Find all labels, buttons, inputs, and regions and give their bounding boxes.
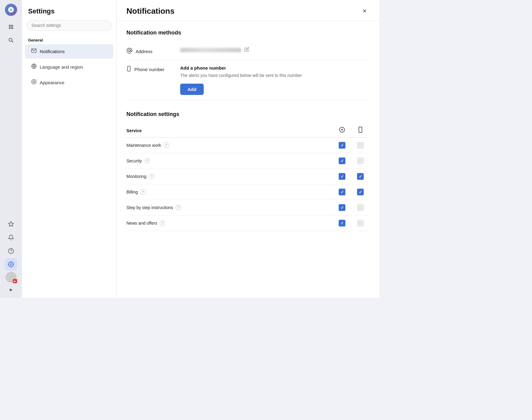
phone-row: Phone number Add a phone number The aler… [126,60,370,100]
email-checkbox-cell [333,169,351,184]
sidebar-title: Settings [22,0,116,20]
email-checkbox-cell [333,153,351,169]
svg-point-3 [9,26,10,27]
phone-checkbox-cell [351,169,370,184]
main-panel: Notifications × Notification methods Add… [117,0,379,298]
service-cell: News and offers? [126,215,333,231]
service-name: Security [126,158,142,163]
help-rail-icon[interactable] [5,245,17,257]
sidebar-item-notifications-label: Notifications [40,49,65,54]
email-checkbox-cell [333,184,351,200]
svg-point-5 [12,26,13,27]
avatar[interactable]: ▶ [5,272,16,283]
service-cell: Maintenance work? [126,138,333,153]
help-icon[interactable]: ? [164,143,169,148]
help-icon[interactable]: ? [176,205,181,210]
email-checkbox[interactable] [339,220,345,226]
phone-checkbox[interactable] [357,204,364,211]
help-icon[interactable]: ? [140,189,146,195]
globe-icon [31,63,37,71]
search-input[interactable] [27,20,111,31]
svg-point-18 [32,80,36,84]
service-name: Billing [126,190,138,194]
phone-checkbox[interactable] [357,189,364,195]
email-checkbox[interactable] [339,142,345,149]
address-value [180,47,370,53]
svg-point-2 [12,25,13,26]
service-name: News and offers [126,221,157,226]
service-name: Maintenance work [126,143,161,148]
phone-checkbox-cell [351,153,370,169]
svg-point-19 [33,81,35,83]
svg-line-10 [12,41,13,43]
email-checkbox-cell [333,138,351,153]
sidebar-item-language-label: Language and region [40,64,83,70]
gear-rail-icon[interactable] [5,258,17,270]
svg-point-6 [9,28,10,29]
sidebar-item-notifications[interactable]: Notifications [25,44,113,59]
add-phone-button[interactable]: Add [180,84,204,95]
methods-section-title: Notification methods [126,30,370,36]
app-logo[interactable] [5,4,17,16]
svg-point-9 [9,38,12,42]
close-button[interactable]: × [360,6,370,16]
phone-checkbox[interactable] [357,220,364,226]
phone-label-group: Phone number [126,65,175,73]
phone-add-desc: The alerts you have configured below wil… [180,72,370,79]
sidebar-item-appearance-label: Appearance [40,80,64,85]
help-icon[interactable]: ? [144,158,150,164]
address-icon [126,48,133,55]
phone-content: Add a phone number The alerts you have c… [180,65,370,95]
svg-marker-11 [9,222,14,226]
sidebar-item-appearance[interactable]: Appearance [25,75,113,90]
phone-icon [126,66,131,73]
notification-settings-section: Notification settings Service [126,111,370,231]
phone-add-title: Add a phone number [180,65,370,71]
sidebar-group-label: General [22,35,116,44]
service-cell: Billing? [126,184,333,200]
email-blurred [180,48,241,52]
notification-table: Service [126,124,370,231]
main-body: Notification methods Address [117,21,379,298]
phone-label: Phone number [134,67,164,72]
avatar-badge: ▶ [13,279,17,283]
service-col-header: Service [126,124,333,138]
sidebar-item-language[interactable]: Language and region [25,60,113,74]
phone-col-header [351,124,370,138]
email-checkbox-cell [333,215,351,231]
email-checkbox[interactable] [339,173,345,180]
email-checkbox[interactable] [339,189,345,195]
search-field-wrapper [27,20,111,31]
grid-icon[interactable] [5,21,17,33]
email-checkbox[interactable] [339,158,345,164]
table-row: Security? [126,153,370,169]
svg-point-7 [10,28,12,29]
address-label-group: Address [126,47,175,55]
svg-point-8 [12,28,13,29]
page-title: Notifications [126,6,174,16]
table-row: Monitoring? [126,169,370,184]
phone-checkbox[interactable] [357,158,364,164]
settings-sidebar: Settings General Notifications Language … [22,0,117,298]
star-rail-icon[interactable] [5,218,17,230]
svg-point-20 [129,50,131,52]
svg-rect-25 [359,127,362,132]
email-col-header [333,124,351,138]
bell-rail-icon[interactable] [5,231,17,244]
table-row: Step by step instructions? [126,200,370,215]
service-cell: Monitoring? [126,169,333,184]
table-row: Billing? [126,184,370,200]
help-icon[interactable]: ? [149,174,154,179]
email-checkbox[interactable] [339,204,345,211]
edit-address-icon[interactable] [244,47,249,53]
help-icon[interactable]: ? [160,220,165,226]
phone-checkbox-cell [351,215,370,231]
search-rail-icon[interactable] [5,34,17,46]
left-rail: ▶ ▶ [0,0,22,298]
play-icon: ▶ [6,285,16,294]
phone-checkbox[interactable] [357,142,364,149]
mail-icon [31,48,37,55]
svg-point-1 [10,25,12,26]
service-name: Step by step instructions [126,205,173,210]
phone-checkbox[interactable] [357,173,364,180]
